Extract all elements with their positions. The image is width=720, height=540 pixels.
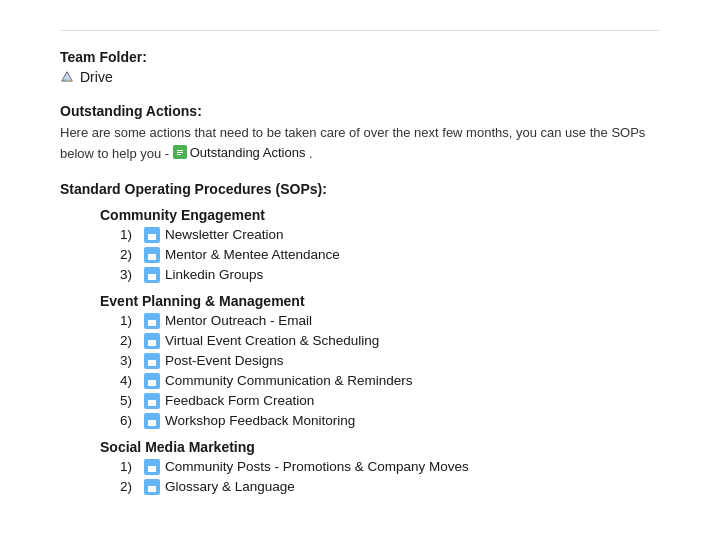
svg-rect-5 — [177, 150, 183, 151]
list-num: 3) — [120, 267, 144, 282]
outstanding-description: Here are some actions that need to be ta… — [60, 125, 645, 160]
item-text[interactable]: Linkedin Groups — [165, 267, 263, 282]
item-text[interactable]: Post-Event Designs — [165, 353, 284, 368]
list-num: 6) — [120, 413, 144, 428]
list-num: 2) — [120, 479, 144, 494]
list-item: 4) Community Communication & Reminders — [120, 373, 660, 389]
list-item: 5) Feedback Form Creation — [120, 393, 660, 409]
item-text[interactable]: Workshop Feedback Monitoring — [165, 413, 355, 428]
list-num: 1) — [120, 227, 144, 242]
item-text[interactable]: Community Posts - Promotions & Company M… — [165, 459, 469, 474]
sop-list-community-engagement: 1) Newsletter Creation 2) Mentor & Mente… — [120, 227, 660, 283]
top-divider — [60, 30, 660, 31]
team-folder-row: Drive — [60, 69, 660, 85]
item-text[interactable]: Mentor Outreach - Email — [165, 313, 312, 328]
doc-icon — [144, 267, 160, 283]
sop-title: Standard Operating Procedures (SOPs): — [60, 181, 660, 197]
sop-category-social-media: Social Media Marketing — [100, 439, 660, 455]
team-folder-label: Team Folder: — [60, 49, 147, 65]
list-num: 5) — [120, 393, 144, 408]
outstanding-link-text[interactable]: Outstanding Actions — [190, 143, 306, 163]
doc-icon — [144, 353, 160, 369]
list-item: 2) Virtual Event Creation & Scheduling — [120, 333, 660, 349]
svg-marker-0 — [62, 72, 73, 81]
sop-list-event-planning: 1) Mentor Outreach - Email 2) Virtual Ev… — [120, 313, 660, 429]
team-folder-section: Team Folder: Drive — [60, 49, 660, 85]
doc-icon — [144, 459, 160, 475]
item-text[interactable]: Newsletter Creation — [165, 227, 284, 242]
list-num: 1) — [120, 459, 144, 474]
item-text[interactable]: Feedback Form Creation — [165, 393, 314, 408]
item-text[interactable]: Virtual Event Creation & Scheduling — [165, 333, 379, 348]
doc-icon — [144, 393, 160, 409]
svg-rect-6 — [177, 152, 183, 153]
list-item: 2) Glossary & Language — [120, 479, 660, 495]
item-text[interactable]: Mentor & Mentee Attendance — [165, 247, 340, 262]
svg-rect-7 — [177, 154, 181, 155]
list-item: 1) Newsletter Creation — [120, 227, 660, 243]
list-num: 1) — [120, 313, 144, 328]
outstanding-actions-link[interactable]: Outstanding Actions — [173, 143, 306, 163]
item-text[interactable]: Glossary & Language — [165, 479, 295, 494]
outstanding-actions-section: Outstanding Actions: Here are some actio… — [60, 103, 660, 163]
list-item: 1) Mentor Outreach - Email — [120, 313, 660, 329]
sop-category-event-planning: Event Planning & Management — [100, 293, 660, 309]
list-item: 6) Workshop Feedback Monitoring — [120, 413, 660, 429]
main-page: Team Folder: Drive Outstanding Actions: … — [0, 0, 720, 540]
outstanding-link-icon — [173, 145, 187, 159]
doc-icon — [144, 247, 160, 263]
list-item: 1) Community Posts - Promotions & Compan… — [120, 459, 660, 475]
sop-section: Standard Operating Procedures (SOPs): Co… — [60, 181, 660, 495]
drive-icon — [60, 70, 74, 84]
outstanding-actions-label: Outstanding Actions: — [60, 103, 660, 119]
doc-icon — [144, 333, 160, 349]
list-num: 2) — [120, 333, 144, 348]
doc-icon — [144, 479, 160, 495]
list-num: 4) — [120, 373, 144, 388]
outstanding-punctuation: . — [309, 145, 313, 160]
list-item: 3) Linkedin Groups — [120, 267, 660, 283]
outstanding-actions-text: Here are some actions that need to be ta… — [60, 123, 660, 163]
doc-icon — [144, 373, 160, 389]
drive-label[interactable]: Drive — [80, 69, 113, 85]
doc-icon — [144, 313, 160, 329]
doc-icon — [144, 227, 160, 243]
list-item: 2) Mentor & Mentee Attendance — [120, 247, 660, 263]
list-num: 2) — [120, 247, 144, 262]
item-text[interactable]: Community Communication & Reminders — [165, 373, 413, 388]
doc-icon — [144, 413, 160, 429]
list-num: 3) — [120, 353, 144, 368]
list-item: 3) Post-Event Designs — [120, 353, 660, 369]
sop-list-social-media: 1) Community Posts - Promotions & Compan… — [120, 459, 660, 495]
sop-category-community-engagement: Community Engagement — [100, 207, 660, 223]
